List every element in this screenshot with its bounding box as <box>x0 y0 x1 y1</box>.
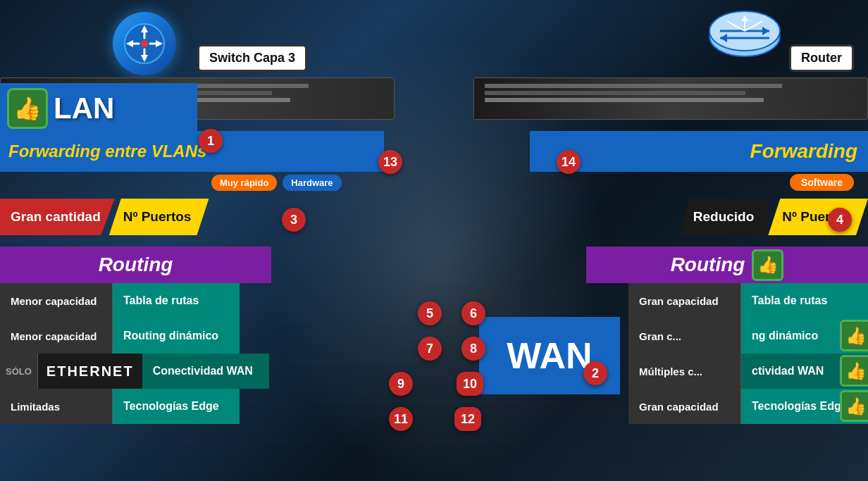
switch-capa3-label: Switch Capa 3 <box>197 44 307 72</box>
hardware-tag: Hardware <box>283 175 341 191</box>
switch-icon <box>102 8 187 79</box>
row1-left-cell: Menor capacidad <box>0 283 113 318</box>
badge-13: 13 <box>378 150 402 174</box>
lan-text: LAN <box>54 92 114 125</box>
badge-7: 7 <box>418 337 442 361</box>
router-label: Router <box>789 44 854 72</box>
forwarding-vlans-banner: Forwarding entre VLANs <box>0 131 384 172</box>
row4-right-dark: Gran capacidad <box>628 389 741 424</box>
forwarding-right-banner: Forwarding <box>530 131 868 172</box>
thumbs-up-green-left: 👍 <box>7 88 48 129</box>
thumbs-up-routing-right: 👍 <box>752 249 783 281</box>
hardware-rack-right <box>473 77 868 120</box>
badge-14: 14 <box>557 150 581 174</box>
row2-right-cell: Routing dinámico <box>113 318 240 354</box>
table-row-right-2: Gran c... ng dinámico 👍 <box>628 318 868 354</box>
table-row-right-3: Múltiples c... ctividad WAN 👍 <box>628 354 868 389</box>
forwarding-vlans-text: Forwarding entre VLANs <box>8 142 206 161</box>
routing-right-banner: Routing 👍 <box>586 246 868 283</box>
row4-right-cell: Tecnologías Edge <box>113 389 240 424</box>
badge-4: 4 <box>828 208 852 232</box>
n-puertos-right-cell: Nº Puertos <box>768 199 868 235</box>
table-row-left-3: SÓLO ETHERNET Conectividad WAN <box>0 354 269 389</box>
row1-right-cell: Tabla de rutas <box>113 283 240 318</box>
ethernet-cell: ETHERNET <box>38 354 142 389</box>
routing-left-banner: Routing <box>0 246 271 283</box>
badge-12: 12 <box>454 407 481 431</box>
table-row-left-2: Menor capacidad Routing dinámico <box>0 318 240 354</box>
table-row-left-4: Limitadas Tecnologías Edge <box>0 389 240 424</box>
n-puertos-left-cell: Nº Puertos <box>109 199 209 235</box>
wan-text: WAN <box>507 335 592 377</box>
routing-right-text: Routing <box>671 254 745 276</box>
thumbs-up-row4-right: 👍 <box>840 390 868 422</box>
table-row-right-1: Gran capacidad Tabla de rutas <box>628 283 868 318</box>
row3-right-cell: Conectividad WAN <box>142 354 269 389</box>
router-svg-icon <box>706 8 783 65</box>
badge-2: 2 <box>583 361 607 385</box>
badge-9: 9 <box>389 372 413 396</box>
muy-rapido-tag: Muy rápido <box>211 175 277 191</box>
thumbs-up-row3-right: 👍 <box>840 355 868 387</box>
row3-right-dark: Múltiples c... <box>628 354 741 389</box>
overlay-container: Switch Capa 3 Router <box>0 0 868 481</box>
solo-cell: SÓLO <box>0 354 38 389</box>
gran-cantidad-cell: Gran cantidad <box>0 199 115 235</box>
routing-left-text: Routing <box>99 254 173 276</box>
badge-3: 3 <box>282 208 306 232</box>
software-tag-container: Software <box>790 176 854 189</box>
table-row-right-4: Gran capacidad Tecnologías Edge 👍 <box>628 389 868 424</box>
router-label-text: Router <box>801 51 842 65</box>
row4-left-cell: Limitadas <box>0 389 113 424</box>
svg-point-9 <box>141 40 148 47</box>
forwarding-right-text: Forwarding <box>750 140 857 163</box>
switch-label-text: Switch Capa 3 <box>209 51 295 65</box>
software-tag: Software <box>790 174 854 191</box>
ports-row-left: Gran cantidad Nº Puertos <box>0 199 209 235</box>
thumbs-up-row2-right: 👍 <box>840 320 868 351</box>
badge-11: 11 <box>389 407 413 431</box>
row1-right-teal: Tabla de rutas <box>741 283 868 318</box>
badge-8: 8 <box>461 337 485 361</box>
row2-right-dark: Gran c... <box>628 318 741 354</box>
badge-10: 10 <box>457 372 483 396</box>
router-icon-container <box>706 8 783 72</box>
row1-right-dark: Gran capacidad <box>628 283 741 318</box>
lan-banner: 👍 LAN <box>0 83 197 134</box>
table-row-left-1: Menor capacidad Tabla de rutas <box>0 283 240 318</box>
row2-left-cell: Menor capacidad <box>0 318 113 354</box>
switch-svg <box>123 23 166 65</box>
badge-1: 1 <box>199 129 223 153</box>
badge-5: 5 <box>418 301 442 325</box>
reducido-cell: Reducido <box>679 199 769 235</box>
speed-tags: Muy rápido Hardware <box>211 175 342 191</box>
badge-6: 6 <box>461 301 485 325</box>
